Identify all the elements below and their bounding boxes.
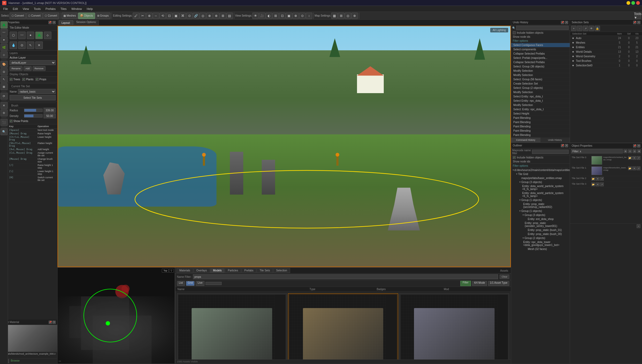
undo-list-item[interactable]: Select Height — [511, 112, 570, 116]
undo-close-btn[interactable]: ✕ — [565, 21, 568, 24]
menu-tools[interactable]: Tools — [32, 7, 43, 11]
outliner-close-btn[interactable]: ✕ — [565, 144, 568, 147]
session-options-tab[interactable]: Session Options: — [74, 20, 99, 25]
undo-list-item[interactable]: Select Entity: npc_dota_t — [511, 99, 570, 103]
undo-list-item[interactable]: Collapse Selected Prefabs — [511, 60, 570, 65]
tileset-file-btn[interactable]: ✕ — [596, 177, 599, 181]
eyedropper-icon[interactable]: 💧 — [10, 41, 17, 49]
obj-props-controls[interactable]: 📌 ✕ — [633, 144, 640, 147]
view-tool-1[interactable]: 👁 — [252, 13, 259, 19]
ss-lock-btn[interactable]: 🔒 — [595, 26, 600, 31]
outliner-controls[interactable]: 📌 ✕ — [561, 144, 568, 147]
tree-item[interactable]: Entity: prop_static (wooden_sentry_tower… — [511, 221, 570, 228]
zoom-tool[interactable]: 🔍 — [1, 128, 7, 135]
ss-delete-btn[interactable]: - — [577, 26, 582, 31]
tree-toggle-btn[interactable] — [521, 242, 523, 245]
mode-btn[interactable]: 4/4 Mode — [472, 281, 487, 286]
tree-item[interactable]: Entity: prop_static (bush_01) — [511, 228, 570, 232]
undo-list-item[interactable]: Create Selection Set — [511, 82, 570, 86]
outliner-pin-btn[interactable]: 📌 — [561, 144, 564, 147]
objects-btn[interactable]: 📦 Objects — [78, 13, 95, 19]
ss-list-item[interactable]: ◈World Details13013 — [570, 50, 642, 54]
close-button[interactable] — [636, 1, 640, 5]
tools-dropdown-btn[interactable]: Tools ▼ — [635, 13, 641, 19]
radius-slider[interactable] — [24, 109, 43, 112]
ss-add-btn[interactable]: + — [571, 26, 576, 31]
menu-file[interactable]: File — [1, 7, 10, 11]
asset-grid-item[interactable]: 🔷walkway_posts_01.vmdl — [177, 293, 287, 359]
outliner-filter-input[interactable] — [532, 150, 569, 154]
undo-list-item[interactable]: Collapse Selected Prefabs — [511, 52, 570, 56]
tileset-file-btn[interactable]: ↗ — [600, 177, 604, 181]
plants-checkbox[interactable] — [22, 78, 25, 81]
undo-list-item[interactable]: Select Contiguous Faces — [511, 43, 570, 47]
tree-toggle-btn[interactable] — [525, 233, 528, 236]
tileset-file-btn[interactable]: ↗ — [637, 166, 640, 170]
col-mod[interactable]: Mod — [443, 287, 510, 291]
tree-toggle-btn[interactable]: ▼ — [519, 199, 521, 202]
panel-pin-btn[interactable]: 📌 — [48, 21, 52, 24]
undo-list-item[interactable]: Select components — [511, 47, 570, 52]
minimize-button[interactable] — [626, 1, 630, 5]
include-hidden-checkbox[interactable] — [513, 31, 516, 34]
view-tool-3[interactable]: ◐ — [266, 13, 272, 19]
undo-list-item[interactable]: Modify Selection — [511, 73, 570, 77]
remove-layer-btn[interactable]: Remove — [33, 66, 45, 71]
tree-item[interactable]: maps/prefabs/basic_entities.vmap — [511, 176, 570, 180]
paint-vegetation-tool[interactable]: 🌿 — [1, 44, 7, 51]
edit-tool-13[interactable]: ⊗ — [213, 13, 219, 19]
tree-item[interactable]: Entity: dota_world_particle_system <6_fx… — [511, 191, 570, 198]
ss-close-btn[interactable]: ✕ — [637, 21, 640, 24]
undo-pin-btn[interactable]: 📌 — [561, 21, 564, 24]
filter-options-btn[interactable]: Filter options — [511, 39, 570, 43]
select-tool[interactable]: ↖ — [1, 76, 7, 83]
undo-tab-btn[interactable]: Undo History — [541, 138, 570, 142]
ss-list-item[interactable]: ◈Meshes505 — [570, 40, 642, 45]
tree-toggle-btn[interactable] — [519, 177, 521, 180]
view-tool-9[interactable]: ↕ — [306, 13, 312, 19]
undo-panel-controls[interactable]: 📌 ✕ — [561, 21, 568, 24]
undo-list-item[interactable]: Modify Selection — [511, 90, 570, 94]
ss-list-item[interactable]: ◈Auto24023 — [570, 36, 642, 40]
groups-btn[interactable]: ⊞ Groups — [95, 13, 111, 19]
paint-trees-tool[interactable]: 🌲 — [1, 21, 7, 28]
add-layer-btn[interactable]: Add — [24, 66, 32, 71]
name-filter-input[interactable] — [193, 274, 498, 279]
props-toggle[interactable]: Props — [36, 78, 46, 81]
am-close-btn[interactable]: ✕ — [52, 321, 56, 324]
selection-tab[interactable]: Selection — [273, 268, 290, 273]
asset-grid-item[interactable]: 🔷walkway_railing.vmdl — [288, 293, 398, 359]
edit-tool-12[interactable]: ⊕ — [206, 13, 213, 19]
tree-toggle-btn[interactable] — [523, 223, 525, 226]
ss-select-btn[interactable]: ↗ — [583, 26, 588, 31]
undo-list-item[interactable]: Modify Selection — [511, 103, 570, 107]
prefabs-tab[interactable]: Prefabs — [241, 268, 256, 273]
rename-layer-btn[interactable]: Rename — [10, 66, 22, 71]
show-node-ids-outliner[interactable]: Show node ids — [511, 160, 570, 164]
edit-tool-1[interactable]: 🖊 — [133, 13, 139, 19]
undo-list-item[interactable]: Select: Group (56 faces) — [511, 77, 570, 82]
edit-tool-14[interactable]: ⊞ — [220, 13, 226, 19]
tree-item[interactable]: Entity: ent_dota_shop — [511, 217, 570, 221]
tileset-file-btn[interactable]: 📂 — [591, 177, 595, 181]
filter-clear-btn[interactable]: Clear — [500, 275, 509, 279]
menu-view[interactable]: View — [21, 7, 31, 11]
undo-search-input[interactable] — [516, 26, 569, 30]
view-tool-6[interactable]: ▣ — [286, 13, 292, 19]
tree-item[interactable]: ▼Group (3 objects) — [511, 213, 570, 217]
trees-toggle[interactable]: Trees — [10, 78, 20, 81]
pointer-icon[interactable]: ↖ — [27, 41, 34, 49]
density-value[interactable]: 50.00 — [44, 113, 56, 118]
fence-icon[interactable]: ⊙ — [18, 41, 26, 49]
tree-toggle-btn[interactable]: ▼ — [522, 214, 525, 217]
command-history-tab[interactable]: Command History — [511, 138, 541, 142]
menu-window[interactable]: Window — [69, 7, 84, 11]
tileset-file-btn[interactable]: 📂 — [591, 183, 595, 186]
maximize-button[interactable] — [631, 1, 635, 5]
filter-options-outliner[interactable]: Filter options — [511, 164, 570, 168]
view-tool-2[interactable]: 🎥 — [259, 13, 265, 19]
ss-list-item[interactable]: ◈Tool Brushes000 — [570, 59, 642, 63]
menu-prefabs[interactable]: Prefabs — [43, 7, 58, 11]
tileset-file-btn[interactable]: ✕ — [596, 183, 599, 186]
color-tool[interactable]: 🎨 — [1, 61, 7, 68]
